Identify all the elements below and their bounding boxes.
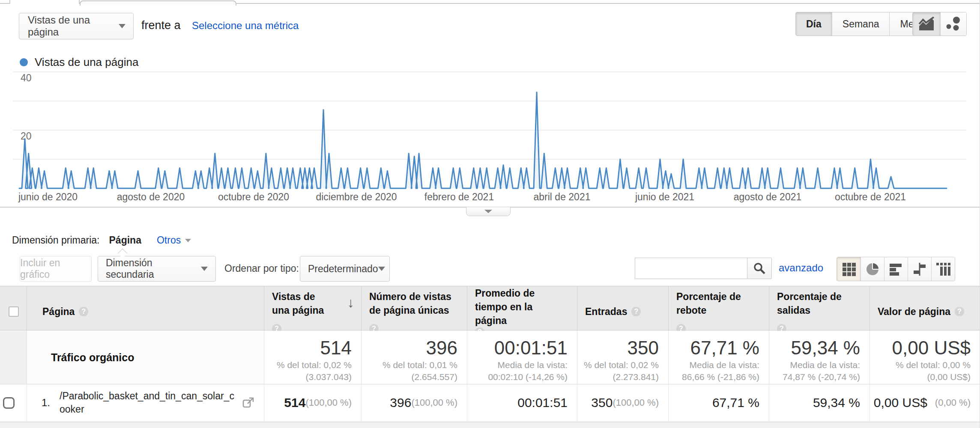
column-header-vistas[interactable]: Vistas de una página ? ↓	[264, 286, 361, 337]
pageviews-trend-chart: 2040junio de 2020agosto de 2020octubre d…	[0, 64, 980, 206]
column-header-entradas[interactable]: Entradas ?	[577, 286, 668, 337]
select-all-checkbox[interactable]	[9, 306, 19, 317]
primary-dimension-label: Dimensión primaria:	[12, 235, 100, 246]
help-icon[interactable]: ?	[955, 307, 964, 316]
granularity-button-group: Día Semana Mes	[795, 12, 929, 36]
summary-checkbox-cell	[0, 331, 27, 384]
line-chart-view-button[interactable]	[913, 12, 940, 36]
summary-metric-rebote: 67,71 % Media de la vista: 86,66 % (-21,…	[668, 331, 769, 384]
bars-icon	[889, 262, 903, 276]
pivot-icon	[935, 262, 951, 276]
motion-chart-view-button[interactable]	[940, 12, 966, 36]
row-cell-valor: 0,00 US$ (0,00 %)	[869, 384, 980, 421]
summary-metric-entradas: 350 % del total: 0,02 % (2.273.841)	[577, 331, 668, 384]
inactive-tab[interactable]	[80, 0, 236, 6]
include-in-chart-button[interactable]: Incluir en gráfico	[20, 256, 92, 282]
search-icon	[753, 262, 766, 275]
row-cell-vistas: 514 (100,00 %)	[264, 384, 361, 421]
advanced-search-link[interactable]: avanzado	[779, 262, 823, 274]
chevron-down-icon	[119, 24, 125, 28]
row-checkbox-cell	[0, 384, 27, 421]
chevron-down-icon	[484, 210, 492, 213]
comparison-view-button[interactable]	[908, 257, 931, 281]
data-view-button[interactable]	[837, 257, 860, 281]
comparison-icon	[912, 262, 927, 276]
percentage-view-button[interactable]	[860, 257, 884, 281]
dimension-page-selected[interactable]: Página	[109, 235, 141, 246]
column-header-valor[interactable]: Valor de página ?	[869, 286, 980, 337]
select-metric-link[interactable]: Seleccione una métrica	[192, 20, 299, 32]
chevron-down-icon	[378, 267, 385, 271]
summary-metric-vistas: 514 % del total: 0,02 % (3.037.043)	[264, 331, 361, 384]
svg-text:octubre de 2021: octubre de 2021	[835, 191, 906, 202]
tab-strip-border	[0, 3, 9, 4]
granularity-week-button[interactable]: Semana	[832, 12, 890, 36]
analytics-explorer-panel: Vistas de una página frente a Seleccione…	[0, 0, 980, 428]
metric-selector-dropdown[interactable]: Vistas de una página	[19, 13, 134, 39]
sort-type-label: Ordenar por tipo:	[224, 263, 299, 274]
column-header-rebote[interactable]: Porcentaje de rebote ?	[668, 286, 769, 337]
table-footer-strip	[0, 422, 980, 428]
sort-descending-icon[interactable]: ↓	[347, 296, 354, 309]
svg-text:diciembre de 2020: diciembre de 2020	[316, 191, 397, 202]
tab-strip-border	[236, 3, 980, 4]
help-icon[interactable]: ?	[79, 307, 88, 316]
row-cell-vistas-unicas: 396 (100,00 %)	[361, 384, 467, 421]
line-chart-icon	[918, 17, 935, 31]
search-button[interactable]	[747, 258, 772, 279]
svg-text:octubre de 2020: octubre de 2020	[218, 191, 289, 202]
active-tab-edge	[9, 0, 10, 4]
primary-dimension-row: Dimensión primaria: Página Otros	[12, 235, 191, 246]
svg-text:junio de 2020: junio de 2020	[18, 191, 78, 202]
svg-text:20: 20	[21, 131, 32, 142]
dimension-others-dropdown[interactable]: Otros	[157, 235, 191, 246]
summary-label: Tráfico orgánico	[27, 331, 264, 384]
chevron-down-icon	[185, 239, 191, 242]
table-header-row: Página ? Vistas de una página ? ↓ Número…	[0, 286, 980, 330]
pivot-view-button[interactable]	[931, 257, 955, 281]
metric-selector-label: Vistas de una página	[28, 14, 119, 38]
summary-metric-salidas: 59,34 % Media de la vista: 74,87 % (-20,…	[769, 331, 869, 384]
column-header-pagina[interactable]: Página ?	[27, 286, 264, 337]
granularity-day-button[interactable]: Día	[796, 12, 832, 36]
open-in-new-icon[interactable]	[242, 397, 254, 409]
table-view-switcher	[837, 257, 955, 281]
row-cell-tiempo: 00:01:51	[467, 384, 577, 421]
summary-row: Tráfico orgánico 514 % del total: 0,02 %…	[0, 331, 980, 384]
column-header-promedio-tiempo[interactable]: Promedio de tiempo en la página ?	[467, 286, 577, 337]
row-cell-entradas: 350 (100,00 %)	[577, 384, 668, 421]
row-number: 1.	[42, 397, 50, 409]
chart-type-button-group	[912, 12, 967, 36]
performance-view-button[interactable]	[884, 257, 908, 281]
svg-text:40: 40	[21, 72, 32, 83]
column-header-salidas[interactable]: Porcentaje de salidas ?	[769, 286, 869, 337]
row-cell-rebote: 67,71 %	[668, 384, 769, 421]
table-grid-icon	[842, 262, 856, 276]
table-row: 1. /Parabolic_basket_and_tin_can_solar_c…	[0, 384, 980, 422]
chevron-down-icon	[201, 267, 208, 271]
table-search	[635, 258, 772, 279]
summary-metric-vistas-unicas: 396 % del total: 0,01 % (2.654.557)	[361, 331, 467, 384]
column-header-vistas-unicas[interactable]: Número de vistas de página únicas ?	[361, 286, 467, 337]
summary-metric-tiempo: 00:01:51 Media de la vista: 00:02:10 (-1…	[467, 331, 577, 384]
collapse-chart-button[interactable]	[466, 207, 511, 216]
versus-label: frente a	[141, 19, 181, 32]
svg-text:abril de 2021: abril de 2021	[534, 191, 591, 202]
svg-text:junio de 2021: junio de 2021	[635, 191, 694, 202]
page-url-link[interactable]: /Parabolic_basket_and_tin_can_solar_cook…	[60, 389, 238, 416]
search-input[interactable]	[635, 258, 747, 279]
svg-text:febrero de 2021: febrero de 2021	[424, 191, 494, 202]
sort-type-dropdown[interactable]: Predeterminado	[300, 256, 390, 282]
bubble-chart-icon	[946, 16, 961, 32]
help-icon[interactable]: ?	[631, 307, 641, 316]
row-checkbox[interactable]	[3, 397, 15, 409]
svg-text:agosto de 2020: agosto de 2020	[117, 191, 185, 202]
pie-chart-icon	[865, 262, 880, 276]
summary-metric-valor: 0,00 US$ % del total: 0,00 % (0,00 US$)	[869, 331, 980, 384]
select-all-cell	[0, 286, 27, 337]
row-cell-salidas: 59,34 %	[769, 384, 869, 421]
svg-text:agosto de 2021: agosto de 2021	[734, 191, 802, 202]
table-toolbar: Incluir en gráfico Dimensión secundaria …	[0, 255, 980, 283]
row-page-cell: 1. /Parabolic_basket_and_tin_can_solar_c…	[27, 384, 264, 421]
secondary-dimension-dropdown[interactable]: Dimensión secundaria	[98, 256, 216, 282]
